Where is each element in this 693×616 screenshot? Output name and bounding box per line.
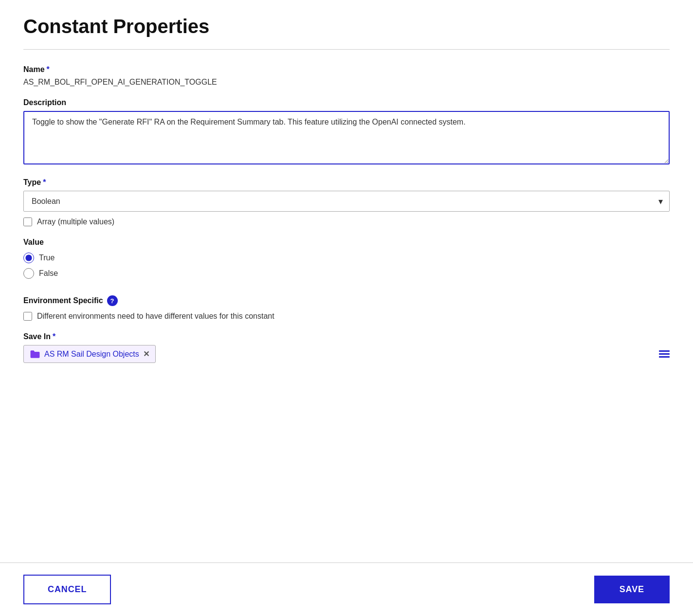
save-in-row: AS RM Sail Design Objects ✕ xyxy=(23,345,670,363)
value-false-radio[interactable] xyxy=(23,268,34,279)
save-in-label: Save In * xyxy=(23,332,670,341)
env-specific-checkbox[interactable] xyxy=(23,312,32,321)
type-required-star: * xyxy=(43,178,46,187)
save-in-section: Save In * AS RM Sail Design Objects ✕ xyxy=(23,332,670,363)
array-checkbox[interactable] xyxy=(23,217,32,226)
name-required-star: * xyxy=(47,65,50,74)
help-icon[interactable]: ? xyxy=(107,295,118,306)
list-view-icon[interactable] xyxy=(659,350,670,358)
name-label: Name * xyxy=(23,65,670,74)
description-textarea[interactable]: Toggle to show the "Generate RFI" RA on … xyxy=(23,111,670,164)
env-specific-checkbox-label: Different environments need to have diff… xyxy=(37,312,274,321)
value-true-label: True xyxy=(39,254,55,262)
env-specific-section: Environment Specific ? Different environ… xyxy=(23,295,670,321)
footer: CANCEL SAVE xyxy=(0,563,693,616)
type-select-wrapper: Boolean String Integer Decimal ▾ xyxy=(23,191,670,212)
title-divider xyxy=(23,49,670,50)
value-true-row: True xyxy=(23,253,670,263)
env-specific-checkbox-row: Different environments need to have diff… xyxy=(23,312,670,321)
array-checkbox-label: Array (multiple values) xyxy=(37,217,114,226)
save-in-text: AS RM Sail Design Objects xyxy=(44,350,139,359)
value-false-label: False xyxy=(39,269,58,278)
value-label: Value xyxy=(23,238,670,247)
value-true-radio[interactable] xyxy=(23,253,34,263)
type-field-section: Type * Boolean String Integer Decimal ▾ … xyxy=(23,178,670,226)
type-select[interactable]: Boolean String Integer Decimal xyxy=(23,191,670,212)
value-section: Value True False xyxy=(23,238,670,284)
description-field-section: Description Toggle to show the "Generate… xyxy=(23,98,670,166)
page-title: Constant Properties xyxy=(23,16,670,37)
value-false-row: False xyxy=(23,268,670,279)
description-label: Description xyxy=(23,98,670,107)
array-checkbox-row: Array (multiple values) xyxy=(23,217,670,226)
remove-save-in-icon[interactable]: ✕ xyxy=(143,349,149,359)
save-in-tag: AS RM Sail Design Objects ✕ xyxy=(23,345,156,363)
save-in-required-star: * xyxy=(53,332,55,341)
env-specific-label: Environment Specific ? xyxy=(23,295,670,306)
name-field-section: Name * AS_RM_BOL_RFI_OPEN_AI_GENERATION_… xyxy=(23,65,670,87)
name-value: AS_RM_BOL_RFI_OPEN_AI_GENERATION_TOGGLE xyxy=(23,78,670,87)
save-button[interactable]: SAVE xyxy=(594,576,670,603)
type-label: Type * xyxy=(23,178,670,187)
cancel-button[interactable]: CANCEL xyxy=(23,575,111,604)
folder-icon xyxy=(30,350,40,359)
